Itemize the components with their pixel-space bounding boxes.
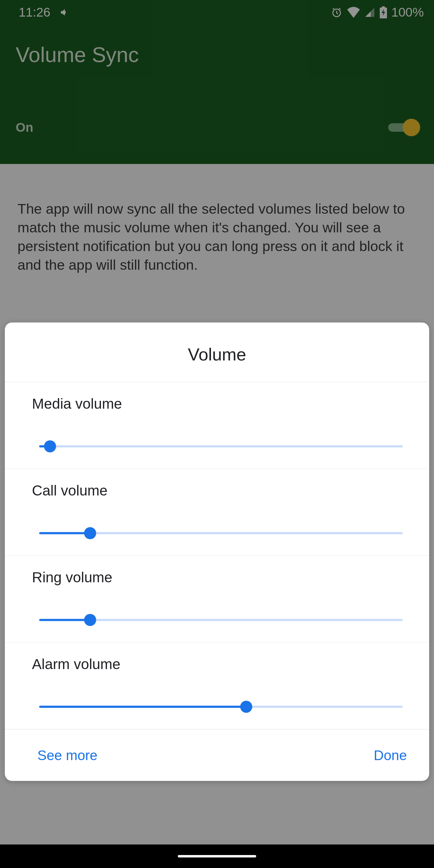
slider-block-ring: Ring volume xyxy=(5,556,429,643)
see-more-button[interactable]: See more xyxy=(37,747,97,764)
media-volume-slider[interactable] xyxy=(39,441,403,452)
gesture-handle[interactable] xyxy=(178,855,256,858)
slider-label: Ring volume xyxy=(32,569,410,586)
volume-dialog: Volume Media volume Call volume Ring vol… xyxy=(5,322,429,781)
slider-block-call: Call volume xyxy=(5,469,429,556)
system-nav-bar xyxy=(0,844,434,868)
ring-volume-slider[interactable] xyxy=(39,615,403,625)
slider-block-alarm: Alarm volume xyxy=(5,643,429,730)
dialog-title: Volume xyxy=(5,322,429,382)
done-button[interactable]: Done xyxy=(374,747,407,764)
dialog-actions: See more Done xyxy=(5,730,429,781)
slider-label: Media volume xyxy=(32,396,410,412)
call-volume-slider[interactable] xyxy=(39,528,403,538)
slider-block-media: Media volume xyxy=(5,382,429,469)
alarm-volume-slider[interactable] xyxy=(39,701,403,712)
slider-label: Call volume xyxy=(32,482,410,499)
slider-label: Alarm volume xyxy=(32,656,410,673)
